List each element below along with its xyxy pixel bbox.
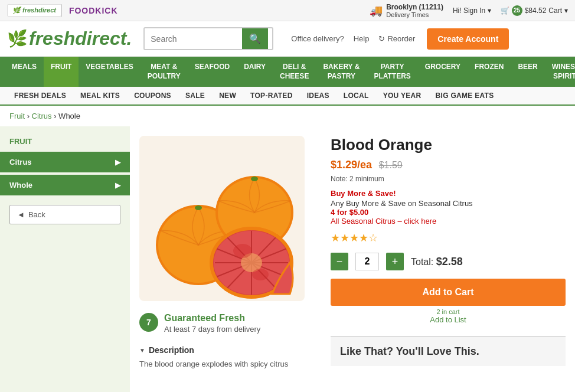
nav-vegetables[interactable]: VEGETABLES	[79, 57, 140, 87]
breadcrumb-fruit[interactable]: Fruit	[9, 112, 25, 120]
citrus-arrow-icon: ▶	[115, 158, 120, 166]
breadcrumb-whole: Whole	[58, 112, 80, 120]
delivery-times-link[interactable]: Delivery Times	[386, 11, 429, 18]
help-link[interactable]: Help	[354, 34, 370, 43]
product-image-container: 7 Guaranteed Fresh At least 7 days from …	[139, 136, 316, 370]
create-account-button[interactable]: Create Account	[427, 28, 509, 50]
cart-icon: 🛒	[501, 6, 509, 15]
foodkick-logo[interactable]: FOODKICK	[61, 4, 125, 17]
fresh-subtitle: At least 7 days from delivery	[164, 325, 260, 334]
promo-link[interactable]: All Seasonal Citrus – click here	[331, 217, 566, 226]
cart-area[interactable]: 🛒 25 $84.52 Cart ▾	[501, 5, 568, 16]
sec-nav-big-game-eats[interactable]: BIG GAME EATS	[429, 87, 501, 104]
svg-point-2	[195, 205, 202, 210]
nav-meals[interactable]: MEALS	[5, 57, 44, 87]
product-area: 7 Guaranteed Fresh At least 7 days from …	[139, 136, 566, 370]
header: 🌿 freshdirect. 🔍 Office delivery? Help ↻…	[0, 21, 575, 57]
top-bar-right: 🚚 Brooklyn (11211) Delivery Times Hi! Si…	[370, 3, 568, 18]
product-details: Blood Orange $1.29/ea $1.59 Note: 2 mini…	[331, 136, 566, 370]
sec-nav-ideas[interactable]: IDEAS	[300, 87, 336, 104]
promo-detail: Any Buy More & Save on Seasonal Citrus	[331, 199, 566, 208]
whole-arrow-icon: ▶	[115, 181, 120, 190]
back-button[interactable]: ◄ Back	[9, 205, 120, 224]
product-note: Note: 2 minimum	[331, 175, 566, 183]
delivery-info: 🚚 Brooklyn (11211) Delivery Times	[370, 3, 443, 18]
top-bar-logos: 🌿 freshdirect FOODKICK	[7, 4, 125, 17]
nav-wines-spirits[interactable]: WINES &SPIRITS	[545, 57, 575, 87]
sec-nav-new[interactable]: NEW	[212, 87, 243, 104]
product-stars: ★★★★☆	[331, 231, 566, 244]
sec-nav-coupons[interactable]: COUPONS	[127, 87, 178, 104]
freshdirect-small-logo[interactable]: 🌿 freshdirect	[7, 4, 61, 17]
love-title: Like That? You'll Love This.	[340, 345, 556, 358]
sec-nav-top-rated[interactable]: TOP-RATED	[243, 87, 300, 104]
total-price: $2.58	[436, 256, 463, 267]
nav-beer[interactable]: BEER	[511, 57, 544, 87]
nav-fruit[interactable]: FRUIT	[44, 57, 79, 87]
search-bar: 🔍	[143, 27, 273, 50]
sidebar-item-whole[interactable]: Whole ▶	[0, 175, 130, 195]
promo-headline: Buy More & Save!	[331, 189, 566, 198]
quantity-increase-button[interactable]: +	[386, 253, 404, 270]
product-image	[139, 136, 305, 301]
nav-grocery[interactable]: GROCERY	[418, 57, 468, 87]
header-links: Office delivery? Help ↻ Reorder	[291, 34, 415, 43]
signin-area[interactable]: Hi! Sign In ▾	[453, 6, 491, 15]
reorder-icon: ↻	[378, 34, 385, 43]
product-title: Blood Orange	[331, 136, 566, 154]
svg-point-16	[233, 244, 252, 258]
cart-total: $84.52	[525, 6, 547, 15]
delivery-truck-icon: 🚚	[370, 4, 383, 17]
fresh-badge: 7	[139, 313, 158, 332]
promo-deal: 4 for $5.00	[331, 208, 566, 217]
fresh-title: Guaranteed Fresh	[164, 313, 260, 324]
office-delivery-link[interactable]: Office delivery?	[291, 34, 344, 43]
search-input[interactable]	[145, 30, 242, 48]
sec-nav-meal-kits[interactable]: MEAL KITS	[73, 87, 127, 104]
in-cart-status: 2 in cart	[331, 308, 566, 315]
description-title: Description	[139, 345, 316, 355]
sec-nav-fresh-deals[interactable]: FRESH DEALS	[7, 87, 73, 104]
nav-deli-cheese[interactable]: DELI &CHEESE	[273, 57, 316, 87]
cart-count: 25	[512, 5, 522, 16]
add-to-cart-button[interactable]: Add to Cart	[331, 279, 566, 306]
top-bar: 🌿 freshdirect FOODKICK 🚚 Brooklyn (11211…	[0, 0, 575, 21]
nav-seafood[interactable]: SEAFOOD	[188, 57, 237, 87]
nav-meat-poultry[interactable]: MEAT &POULTRY	[141, 57, 188, 87]
back-arrow-icon: ◄	[17, 210, 25, 219]
price-old: $1.59	[379, 160, 403, 170]
svg-point-17	[252, 269, 269, 280]
add-to-list-link[interactable]: Add to List	[331, 315, 566, 324]
content-area: FRUIT Citrus ▶ Whole ▶ ◄ Back	[0, 126, 575, 392]
logo-text: freshdirect.	[29, 28, 132, 50]
nav-frozen[interactable]: FROZEN	[468, 57, 511, 87]
fresh-guarantee: 7 Guaranteed Fresh At least 7 days from …	[139, 313, 316, 334]
nav-dairy[interactable]: DAIRY	[237, 57, 273, 87]
quantity-decrease-button[interactable]: −	[331, 253, 348, 270]
breadcrumb: Fruit › Citrus › Whole	[0, 106, 575, 126]
love-section: Like That? You'll Love This.	[331, 336, 566, 366]
main-logo[interactable]: 🌿 freshdirect.	[7, 28, 132, 50]
sec-nav-local[interactable]: LOCAL	[336, 87, 376, 104]
total-label: Total: $2.58	[411, 256, 463, 268]
sec-nav-you-year[interactable]: YOU YEAR	[376, 87, 429, 104]
description-text: The blood orange explodes with spicy cit…	[139, 358, 316, 370]
delivery-location: Brooklyn (11211)	[386, 3, 443, 11]
reorder-link[interactable]: ↻ Reorder	[378, 34, 415, 43]
quantity-input[interactable]	[355, 253, 379, 270]
breadcrumb-sep2: ›	[54, 112, 58, 120]
quantity-area: − + Total: $2.58	[331, 253, 566, 270]
sidebar-title: FRUIT	[0, 133, 130, 149]
product-svg	[139, 136, 305, 301]
sidebar: FRUIT Citrus ▶ Whole ▶ ◄ Back	[0, 126, 130, 392]
nav-party-platters[interactable]: PARTYPLATTERS	[367, 57, 417, 87]
price-area: $1.29/ea $1.59	[331, 159, 566, 171]
description-section: Description The blood orange explodes wi…	[139, 345, 316, 370]
secondary-nav: FRESH DEALS MEAL KITS COUPONS SALE NEW T…	[0, 87, 575, 106]
sidebar-item-citrus[interactable]: Citrus ▶	[0, 152, 130, 172]
search-button[interactable]: 🔍	[242, 28, 268, 49]
breadcrumb-citrus[interactable]: Citrus	[32, 112, 52, 120]
sec-nav-sale[interactable]: SALE	[178, 87, 212, 104]
nav-bakery-pastry[interactable]: BAKERY &PASTRY	[316, 57, 367, 87]
logo-leaf-icon: 🌿	[7, 29, 28, 48]
